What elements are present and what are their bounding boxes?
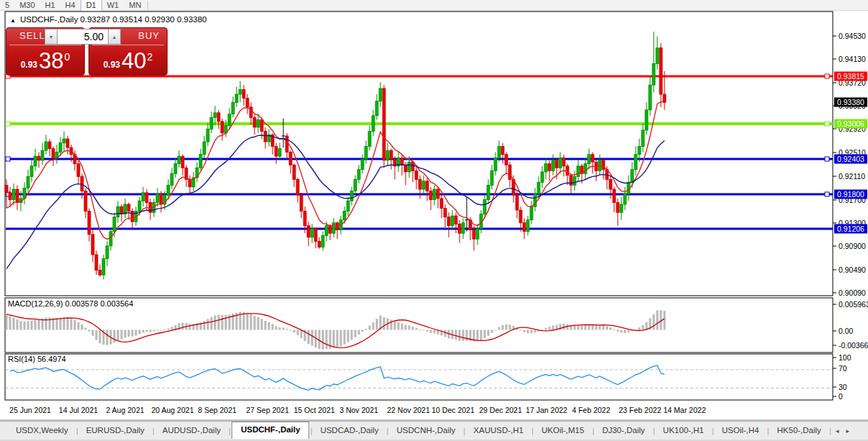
macd-bar: [664, 311, 666, 329]
buy-label: BUY: [138, 30, 160, 41]
macd-bar: [326, 330, 328, 349]
macd-bar: [351, 330, 353, 340]
price-badge-label: 0.93006: [837, 119, 864, 128]
timeframe-button-w1[interactable]: W1: [102, 0, 124, 11]
candle-body: [5, 185, 8, 192]
rsi-panel: [5, 354, 833, 400]
hline-marker-right[interactable]: [825, 157, 829, 161]
hline-marker-left[interactable]: [6, 157, 10, 161]
candle-body: [293, 165, 296, 179]
candle-body: [577, 166, 580, 176]
candle-body: [174, 164, 177, 174]
chart-tab-usdx-weekly[interactable]: USDX,Weekly: [9, 423, 76, 438]
candle-body: [260, 119, 263, 131]
macd-bar: [617, 330, 619, 332]
chart-tab-hk50-daily[interactable]: HK50-,Daily: [770, 423, 828, 438]
volume-down-button[interactable]: ▼: [45, 29, 58, 45]
chart-tab-ukoil-m15[interactable]: UKOil-,M15: [534, 423, 591, 438]
candle-body: [419, 179, 421, 189]
macd-bar: [488, 330, 490, 336]
volume-input[interactable]: 5.00: [58, 29, 108, 45]
candle-body: [181, 156, 184, 168]
candle-body: [63, 139, 65, 143]
collapse-expander-icon[interactable]: ▲: [10, 17, 16, 24]
macd-bar: [121, 330, 123, 340]
price-tick-label: 0.94130: [839, 55, 866, 63]
chart-tab-usdcad-daily[interactable]: USDCAD-,Daily: [313, 423, 385, 438]
candle-body: [663, 94, 666, 102]
price-tick-label: 0.90900: [839, 242, 866, 250]
hline-marker-left[interactable]: [6, 122, 10, 126]
date-label: 14 Jul 2021: [59, 406, 98, 414]
candle-body: [422, 181, 425, 189]
price-tick-label: 0.94530: [839, 32, 866, 40]
candle-body: [494, 158, 497, 171]
candle-body: [253, 117, 256, 127]
macd-bar: [498, 327, 501, 330]
macd-bar: [355, 330, 357, 337]
macd-bar: [24, 322, 26, 330]
macd-bar: [132, 330, 134, 337]
timeframe-button-h4[interactable]: H4: [60, 0, 81, 11]
rsi-indicator-label: RSI(14) 56.4974: [8, 355, 66, 363]
chart-tab-audusd-daily[interactable]: AUDUSD-,Daily: [155, 423, 228, 438]
macd-bar: [157, 330, 159, 331]
candle-body: [109, 232, 112, 246]
candle-body: [357, 170, 360, 180]
chart-tab-usdchf-daily[interactable]: USDCHF-,Daily: [232, 422, 309, 439]
tabs-scroll-right-icon[interactable]: ▸: [842, 427, 853, 435]
hline-marker-right[interactable]: [825, 192, 829, 196]
candle-body: [347, 201, 350, 211]
price-badge-label: 0.92403: [837, 155, 864, 163]
timeframe-button-mn[interactable]: MN: [124, 0, 146, 11]
candle-body: [429, 191, 432, 199]
macd-bar: [520, 330, 522, 331]
tabs-scroll-left-icon[interactable]: ◂: [832, 427, 843, 435]
macd-bar: [491, 330, 493, 333]
timeframe-button-5[interactable]: 5: [0, 0, 14, 11]
chart-tab-usdcnh-daily[interactable]: USDCNH-,Daily: [390, 423, 463, 438]
candle-body: [221, 122, 224, 133]
macd-bar: [455, 330, 457, 340]
date-label: 2 Aug 2021: [106, 406, 144, 414]
date-label: 4 Feb 2022: [572, 406, 610, 414]
macd-bar: [250, 314, 252, 330]
macd-bar: [394, 322, 396, 330]
candle-body: [289, 153, 292, 165]
macd-bar: [139, 330, 141, 335]
candle-body: [37, 156, 40, 160]
chart-tab-usoil-h4[interactable]: USOil-,H4: [715, 423, 767, 438]
date-label: 3 Nov 2021: [339, 406, 378, 414]
chart-tab-dj30-daily[interactable]: DJ30-,Daily: [595, 423, 652, 438]
macd-bar: [365, 329, 367, 330]
volume-up-button[interactable]: ▲: [108, 29, 121, 45]
macd-bar: [405, 325, 407, 330]
macd-bar: [613, 329, 616, 330]
hline-marker-right[interactable]: [825, 122, 829, 126]
macd-bar: [142, 330, 145, 333]
macd-bar: [168, 328, 170, 329]
macd-bar: [6, 314, 8, 330]
candle-body: [285, 136, 288, 153]
candle-body: [401, 158, 403, 165]
timeframe-button-m30[interactable]: M30: [14, 0, 40, 11]
chart-tab-xauusd-h1[interactable]: XAUUSD-,H1: [466, 423, 531, 438]
candle-body: [242, 90, 245, 99]
chart-tab-uk100-h1[interactable]: UK100-,H1: [656, 423, 711, 438]
candle-body: [84, 191, 87, 211]
price-tick-label: 0.90090: [839, 288, 866, 297]
candle-body: [379, 88, 382, 101]
timeframe-button-d1[interactable]: D1: [81, 0, 102, 11]
candle-body: [16, 189, 19, 203]
candle-body: [458, 224, 461, 233]
candle-body: [383, 88, 385, 160]
date-label: 25 Jun 2021: [9, 406, 51, 414]
price-badge-label: 0.93380: [837, 98, 864, 106]
candle-body: [487, 185, 490, 199]
hline-marker-right[interactable]: [825, 74, 829, 78]
candle-body: [638, 146, 641, 154]
candle-body: [325, 226, 328, 236]
candle-body: [573, 176, 576, 185]
chart-tab-eurusd-daily[interactable]: EURUSD-,Daily: [79, 423, 152, 438]
timeframe-button-h1[interactable]: H1: [40, 0, 60, 11]
